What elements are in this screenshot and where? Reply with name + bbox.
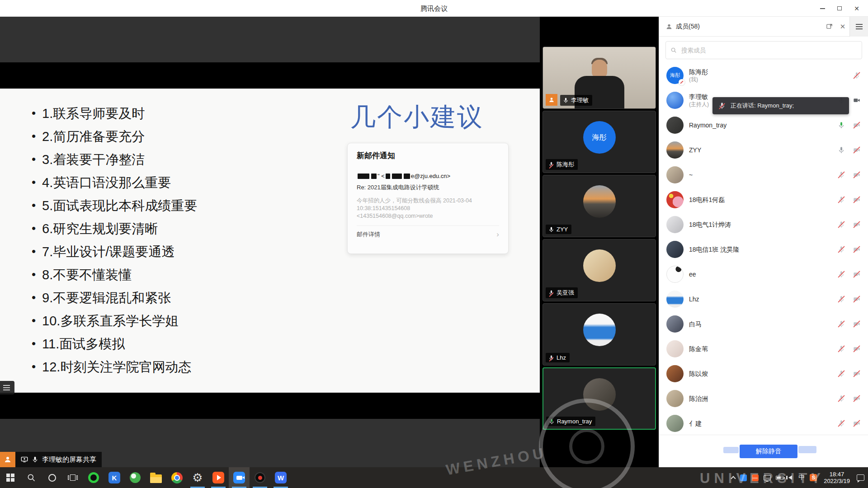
gear-icon: ⚙: [192, 472, 203, 483]
member-search-input[interactable]: [680, 47, 857, 54]
microphone-muted-icon: [837, 270, 846, 279]
tray-display-icon[interactable]: [764, 475, 771, 480]
meeting-camera-icon: [233, 472, 245, 483]
sogou-input-icon[interactable]: S: [810, 474, 817, 481]
taskbar-search-button[interactable]: [21, 467, 42, 488]
video-tile-chenhaitong[interactable]: 海彤 陈海彤: [542, 111, 656, 173]
email-preview-line: 10:38:151435154608: [357, 205, 499, 212]
tray-orange-app-icon[interactable]: [752, 474, 759, 481]
avatar-initials: 海彤: [670, 72, 680, 79]
taskbar-clock[interactable]: 18:47 2022/3/19: [824, 471, 850, 484]
avatar: [583, 378, 616, 411]
microphone-muted-icon: [837, 295, 846, 304]
clock-date: 2022/3/19: [824, 478, 850, 484]
slide-bullet: 9.不要逻辑混乱和紧张: [32, 286, 197, 310]
taskbar-app-green-recorder[interactable]: [83, 467, 104, 488]
member-name: 陈海彤: [689, 68, 852, 76]
member-row[interactable]: 海彤 陈海彤 (我): [659, 63, 868, 88]
slide-bullet: 10.多联系直系学长学姐: [32, 310, 197, 333]
email-preview: 今年招的人少，可能分数线会很高 2021-03-04 10:38:1514351…: [357, 197, 499, 220]
maximize-button[interactable]: [831, 0, 848, 17]
microphone-muted-icon: [837, 220, 846, 229]
slide-bullet: 6.研究生规划要清晰: [32, 217, 197, 240]
file-explorer-button[interactable]: [146, 467, 166, 488]
camera-on-icon: [852, 96, 861, 105]
microphone-speaking-icon: [837, 121, 846, 130]
camera-off-icon: [852, 295, 861, 304]
member-row[interactable]: 陈以焌: [659, 361, 868, 386]
video-tile-wuyaqiang[interactable]: 吴亚强: [542, 239, 656, 301]
avatar: [666, 191, 684, 208]
settings-button[interactable]: ⚙: [187, 467, 208, 488]
video-tile-liliming[interactable]: 李理敏: [542, 47, 656, 109]
member-name: 白马: [689, 320, 837, 328]
video-tile-lhz[interactable]: Lhz: [542, 303, 656, 366]
ime-indicator[interactable]: 中: [798, 474, 805, 482]
search-icon: [670, 47, 677, 53]
email-details-label: 邮件详情: [357, 230, 496, 239]
chrome-button[interactable]: [166, 467, 187, 488]
close-button[interactable]: ✕: [848, 0, 865, 17]
search-icon: [27, 473, 36, 482]
cortana-button[interactable]: [42, 467, 62, 488]
member-row[interactable]: Raymon_tray: [659, 113, 868, 137]
email-card-title: 新邮件通知: [357, 150, 499, 161]
member-name: 亻建: [689, 419, 837, 427]
member-row[interactable]: ee: [659, 262, 868, 286]
member-row[interactable]: 18电科1何磊: [659, 187, 868, 212]
avatar: [583, 314, 616, 346]
email-sender: " <e@zju.edu.cn>: [357, 173, 499, 179]
member-row[interactable]: ZYY: [659, 137, 868, 162]
word-icon: W: [275, 472, 287, 483]
battery-icon[interactable]: [776, 476, 783, 480]
member-search-box[interactable]: [665, 41, 862, 59]
slide-bullet: 11.面试多模拟: [32, 333, 197, 356]
screen-recorder-button[interactable]: [250, 467, 270, 488]
member-role: (我): [689, 76, 852, 83]
close-panel-button[interactable]: ✕: [836, 17, 849, 37]
member-row[interactable]: 陈金苇: [659, 336, 868, 361]
taskbar-app-green-browser[interactable]: [125, 467, 146, 488]
redaction-block: [371, 174, 377, 179]
microphone-muted-icon: [837, 319, 846, 328]
task-view-button[interactable]: [62, 467, 83, 488]
windows-taskbar: K ⚙ W 中 S 18:47 2022/3/19: [0, 467, 868, 488]
tray-meeting-icon[interactable]: [740, 474, 747, 481]
member-row[interactable]: 18电信1班 沈昊隆: [659, 237, 868, 262]
watermark-fragment: [798, 446, 816, 453]
video-tile-zyy[interactable]: ZYY: [542, 175, 656, 237]
member-row[interactable]: 白马: [659, 311, 868, 336]
slide-bullet: 8.不要不懂装懂: [32, 263, 197, 286]
member-name: 18电信1班 沈昊隆: [689, 245, 837, 253]
avatar: [666, 117, 684, 134]
microphone-muted-icon: [837, 394, 846, 403]
member-row[interactable]: Lhz: [659, 286, 868, 311]
start-button[interactable]: [0, 467, 21, 488]
tile-name-pill: ZYY: [546, 225, 571, 234]
panel-menu-button[interactable]: [849, 17, 868, 37]
tencent-meeting-button[interactable]: [229, 467, 250, 488]
slide-bullet: 3.着装要干净整洁: [32, 148, 197, 171]
participant-name: Lhz: [557, 354, 566, 361]
members-panel-title: 成员(58): [676, 23, 822, 31]
tray-expand-chevron-icon[interactable]: [731, 476, 736, 481]
avatar: 海彤: [583, 121, 616, 154]
microphone-muted-icon: [837, 195, 846, 204]
volume-icon[interactable]: [788, 475, 792, 480]
video-tile-raymon-tray-speaking[interactable]: Raymon_tray: [542, 367, 656, 430]
word-button[interactable]: W: [270, 467, 291, 488]
action-center-icon[interactable]: [857, 474, 864, 481]
taskbar-app-k[interactable]: K: [104, 467, 125, 488]
member-row[interactable]: ~: [659, 162, 868, 187]
minimize-button[interactable]: [814, 0, 831, 17]
member-row[interactable]: 18电气1计烨涛: [659, 212, 868, 237]
members-panel-footer: 解除静音: [659, 435, 868, 467]
taskbar-app-orange[interactable]: [208, 467, 229, 488]
collapsed-toolbar-handle[interactable]: [0, 381, 14, 394]
member-row[interactable]: 亻建: [659, 411, 868, 435]
popout-panel-button[interactable]: [822, 17, 836, 37]
member-row[interactable]: 陈治洲: [659, 386, 868, 411]
microphone-active-icon: [549, 418, 555, 424]
unmute-button[interactable]: 解除静音: [740, 445, 797, 458]
window-title: 腾讯会议: [0, 0, 868, 17]
